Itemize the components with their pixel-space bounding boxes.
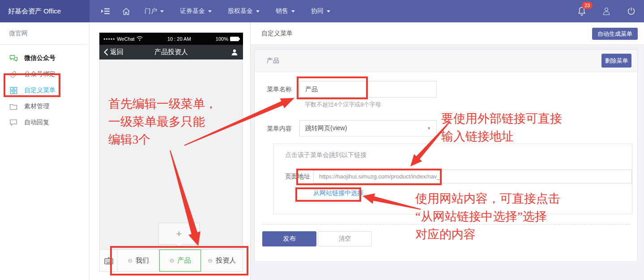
panel-header: 产品 删除菜单 xyxy=(255,50,637,72)
page-url-input[interactable] xyxy=(313,170,632,183)
grid-icon xyxy=(9,86,18,95)
nav-item-sales[interactable]: 销售 xyxy=(268,7,303,15)
keyboard-toggle[interactable] xyxy=(100,250,118,272)
battery-label: 100% xyxy=(216,36,228,42)
home-icon[interactable] xyxy=(116,8,136,15)
sidebar-toggle-icon[interactable] xyxy=(95,8,116,15)
panel-title: 产品 xyxy=(267,57,279,65)
nav-item-collaboration[interactable]: 协同 xyxy=(303,7,338,15)
select-caret-icon: ▼ xyxy=(427,126,431,131)
chevron-left-icon xyxy=(104,48,108,56)
clear-button[interactable]: 清空 xyxy=(318,231,372,246)
menu-name-label: 菜单名称 xyxy=(267,81,292,98)
sidebar-item-material-management[interactable]: 素材管理 xyxy=(0,98,89,115)
power-icon xyxy=(627,7,636,16)
person-icon xyxy=(230,48,239,56)
page-title: 自定义菜单 xyxy=(261,30,293,38)
notification-badge: 23 xyxy=(582,2,593,9)
navbar-right: 23 xyxy=(577,0,644,22)
sidebar-title: 微官网 xyxy=(0,22,89,45)
nav-item-portal[interactable]: 门户 xyxy=(136,7,172,15)
profile-button[interactable] xyxy=(230,48,239,56)
sidebar-item-custom-menu[interactable]: 自定义菜单 xyxy=(0,82,89,98)
auto-generate-menu-button[interactable]: 自动生成菜单 xyxy=(592,28,638,40)
menu-edit-panel: 产品 删除菜单 菜单名称 字数不超过4个汉字或8个字母 菜单内容 跳转网页(vi… xyxy=(254,49,638,262)
phone-body: + ⊖ 我们 ⊖ 产品 ⊖ 投资人 xyxy=(99,59,243,272)
sidebar-item-account-binding[interactable]: 公众号绑定 xyxy=(0,66,89,82)
menu-content-select[interactable]: 跳转网页(view) ▼ xyxy=(299,120,437,136)
battery-icon xyxy=(230,37,239,41)
chevron-down-icon xyxy=(256,10,260,13)
sidebar: 微官网 微信公众号 公众号绑定 自定义菜单 素材管理 xyxy=(0,22,90,280)
carrier-label: WeChat xyxy=(117,36,135,42)
page-url-label: 页面地址 xyxy=(285,170,310,183)
notifications-button[interactable]: 23 xyxy=(577,6,586,16)
logout-button[interactable] xyxy=(627,7,636,16)
wechat-chat-icon xyxy=(9,54,18,63)
phone-preview-area: ●●●●● WeChat 10 : 20 AM 100% 返回 产品投资人 xyxy=(90,22,251,280)
phone-menu-item-chanpin[interactable]: ⊖ 产品 xyxy=(159,250,201,272)
pick-from-site-links[interactable]: 从网站链接中选择 xyxy=(313,189,363,197)
wifi-icon xyxy=(136,36,143,41)
phone-menu-item-touziren[interactable]: ⊖ 投资人 xyxy=(201,250,243,272)
menu-content-label: 菜单内容 xyxy=(267,120,292,136)
nav-item-equity-fund[interactable]: 股权基金 xyxy=(220,7,268,15)
folder-icon xyxy=(9,102,18,111)
chevron-down-icon xyxy=(160,10,164,13)
circle-minus-icon: ⊖ xyxy=(208,257,213,264)
chevron-down-icon xyxy=(208,10,212,13)
user-icon xyxy=(601,6,611,16)
back-button[interactable]: 返回 xyxy=(104,48,124,56)
signal-dots-icon: ●●●●● xyxy=(103,37,115,40)
separator xyxy=(262,224,630,225)
nav-item-securities-fund[interactable]: 证券基金 xyxy=(172,7,220,15)
keyboard-icon xyxy=(104,256,114,265)
add-menu-popup[interactable]: + xyxy=(158,223,200,245)
main-content: 自定义菜单 自动生成菜单 产品 删除菜单 菜单名称 字数不超过4个汉字或8个字母… xyxy=(251,22,644,280)
brand-title: 好基会资产 Office xyxy=(0,0,90,22)
chevron-down-icon xyxy=(291,10,295,13)
link-box-title: 点击该子菜单会跳到以下链接 xyxy=(285,151,367,159)
menu-name-input[interactable] xyxy=(299,81,437,98)
top-navbar: 好基会资产 Office 门户 证券基金 股权基金 销售 协同 xyxy=(0,0,644,22)
sidebar-item-wechat-account[interactable]: 微信公众号 xyxy=(0,50,89,66)
phone-status-bar: ●●●●● WeChat 10 : 20 AM 100% xyxy=(99,33,243,45)
reply-bubble-icon xyxy=(9,118,18,127)
delete-menu-button[interactable]: 删除菜单 xyxy=(601,54,631,68)
main-menu: 门户 证券基金 股权基金 销售 协同 xyxy=(90,0,577,22)
phone-mockup: ●●●●● WeChat 10 : 20 AM 100% 返回 产品投资人 xyxy=(99,33,243,272)
paperclip-icon xyxy=(9,70,18,79)
page: 好基会资产 Office 门户 证券基金 股权基金 销售 协同 xyxy=(0,0,644,280)
plus-icon: + xyxy=(176,228,182,240)
phone-menu-bar: ⊖ 我们 ⊖ 产品 ⊖ 投资人 xyxy=(100,249,243,272)
phone-menu-item-women[interactable]: ⊖ 我们 xyxy=(118,250,159,272)
chevron-down-icon xyxy=(327,10,330,13)
link-settings-box: 点击该子菜单会跳到以下链接 页面地址 从网站链接中选择 xyxy=(273,144,632,214)
content-header: 自定义菜单 自动生成菜单 xyxy=(251,22,644,45)
circle-minus-icon: ⊖ xyxy=(170,257,175,264)
user-button[interactable] xyxy=(601,6,611,16)
clock-label: 10 : 20 AM xyxy=(167,36,191,42)
phone-nav-bar: 返回 产品投资人 xyxy=(99,45,243,59)
menu-name-hint: 字数不超过4个汉字或8个字母 xyxy=(305,101,381,109)
publish-button[interactable]: 发布 xyxy=(262,231,316,246)
circle-minus-icon: ⊖ xyxy=(128,257,132,264)
sidebar-item-auto-reply[interactable]: 自动回复 xyxy=(0,115,89,131)
